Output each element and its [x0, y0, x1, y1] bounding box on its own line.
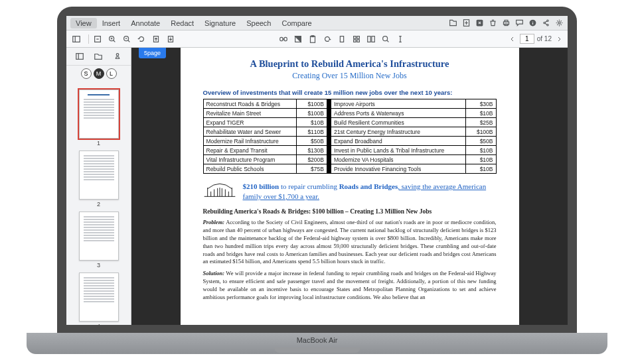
thumbnail-2[interactable]: [79, 151, 119, 200]
investment-table: Reconstruct Roads & Bridges$100BImprove …: [203, 99, 497, 174]
open-file-icon[interactable]: [448, 19, 457, 28]
bridge-icon: [203, 182, 236, 202]
single-page-icon[interactable]: [336, 33, 348, 45]
table-row: Expand TIGER$10BBuild Resilient Communit…: [203, 118, 496, 127]
prev-page-icon[interactable]: [508, 34, 517, 44]
problem-para: Problem: According to the Society of Civ…: [203, 219, 497, 266]
thumbnail-1[interactable]: [79, 90, 119, 139]
search-icon[interactable]: [380, 33, 392, 45]
print-icon[interactable]: [501, 19, 511, 28]
size-l[interactable]: L: [106, 68, 117, 79]
table-row: Rehabilitate Water and Sewer$110B21st Ce…: [203, 127, 496, 137]
panel-icon[interactable]: [74, 50, 85, 62]
text-cursor-icon[interactable]: [394, 33, 406, 45]
table-row: Repair & Expand Transit$130BInvest in Pu…: [203, 146, 496, 155]
section-heading: Rebuilding America's Roads & Bridges: $1…: [203, 208, 497, 215]
toolbar: of 12: [66, 30, 568, 48]
overview-heading: Overview of investments that will create…: [203, 89, 497, 96]
doc-title: A Blueprint to Rebuild America's Infrast…: [203, 58, 497, 70]
menu-insert[interactable]: Insert: [97, 18, 126, 29]
share-icon[interactable]: [541, 19, 550, 28]
thumb-label-4: 4: [66, 323, 131, 325]
laptop-hinge: MacBook Air: [27, 333, 607, 354]
link-icon[interactable]: [277, 33, 289, 45]
page-total: of 12: [537, 35, 552, 42]
svg-rect-3: [505, 20, 508, 21]
thumbnail-size: S M L: [66, 66, 131, 83]
svg-point-9: [558, 22, 560, 24]
two-page-icon[interactable]: [365, 33, 377, 45]
thumb-label-2: 2: [66, 201, 131, 208]
svg-rect-21: [341, 36, 344, 42]
thumbnail-sidebar: S M L 1 2 3 4: [66, 48, 131, 325]
document-viewport[interactable]: 5page A Blueprint to Rebuild America's I…: [131, 48, 568, 325]
new-doc-icon[interactable]: [461, 19, 471, 28]
settings-icon[interactable]: [554, 19, 564, 28]
page-tag[interactable]: 5page: [139, 48, 166, 58]
grid-view-icon[interactable]: [351, 33, 362, 45]
comment-icon[interactable]: [515, 19, 524, 28]
laptop-model: MacBook Air: [297, 336, 338, 344]
menu-signature[interactable]: Signature: [199, 18, 241, 29]
rotate-icon[interactable]: [135, 33, 147, 45]
table-row: Rebuild Public Schools$75BProvide Innova…: [203, 164, 496, 174]
document-page: A Blueprint to Rebuild America's Infrast…: [181, 48, 519, 325]
svg-rect-24: [354, 39, 357, 42]
thumb-label-1: 1: [66, 140, 131, 147]
next-page-icon[interactable]: [554, 34, 564, 44]
table-row: Modernize Rail Infrastructure$50BExpand …: [203, 137, 496, 146]
svg-rect-26: [368, 36, 370, 42]
menu-speech[interactable]: Speech: [241, 18, 276, 29]
menubar: View Insert Annotate Redact Signature Sp…: [66, 16, 568, 30]
svg-rect-27: [372, 36, 374, 42]
thumbnail-3[interactable]: [79, 212, 119, 261]
zoom-out-icon[interactable]: [121, 33, 133, 45]
svg-rect-25: [357, 39, 360, 42]
svg-rect-29: [76, 54, 84, 60]
table-row: Vital Infrastructure Program$200BModerni…: [203, 155, 496, 164]
svg-point-28: [383, 36, 388, 40]
feature-text: $210 billion to repair crumbling Roads a…: [243, 182, 497, 202]
stamp-icon[interactable]: [112, 50, 123, 62]
size-s[interactable]: S: [81, 68, 92, 79]
feature-row: $210 billion to repair crumbling Roads a…: [203, 182, 497, 202]
menu-view[interactable]: View: [70, 18, 97, 29]
page-number-input[interactable]: [520, 34, 534, 44]
doc-subtitle: Creating Over 15 Million New Jobs: [203, 71, 497, 81]
table-row: Revitalize Main Street$100BAddress Ports…: [203, 109, 496, 118]
page-up-icon[interactable]: [150, 33, 162, 45]
thumbnail-4[interactable]: [79, 273, 119, 322]
size-m[interactable]: M: [94, 68, 104, 79]
solution-para: Solution: We will provide a major increa…: [203, 270, 497, 302]
sidebar-toggle-icon[interactable]: [70, 33, 82, 45]
svg-rect-23: [357, 36, 360, 38]
thumb-label-3: 3: [66, 262, 131, 269]
table-row: Reconstruct Roads & Bridges$100BImprove …: [203, 99, 496, 109]
close-icon[interactable]: [475, 19, 484, 28]
menu-annotate[interactable]: Annotate: [125, 18, 165, 29]
undo-icon[interactable]: [321, 33, 333, 45]
svg-rect-22: [354, 36, 357, 38]
menu-redact[interactable]: Redact: [165, 18, 199, 29]
trash-icon[interactable]: [488, 19, 497, 28]
folder-icon[interactable]: [93, 50, 104, 62]
zoom-in-icon[interactable]: [106, 33, 118, 45]
info-icon[interactable]: [528, 19, 537, 28]
svg-rect-10: [73, 36, 80, 42]
clipboard-icon[interactable]: [307, 33, 319, 45]
menu-compare[interactable]: Compare: [276, 18, 317, 29]
page-down-icon[interactable]: [165, 33, 177, 45]
contrast-icon[interactable]: [292, 33, 304, 45]
zoom-fit-icon[interactable]: [92, 33, 104, 45]
